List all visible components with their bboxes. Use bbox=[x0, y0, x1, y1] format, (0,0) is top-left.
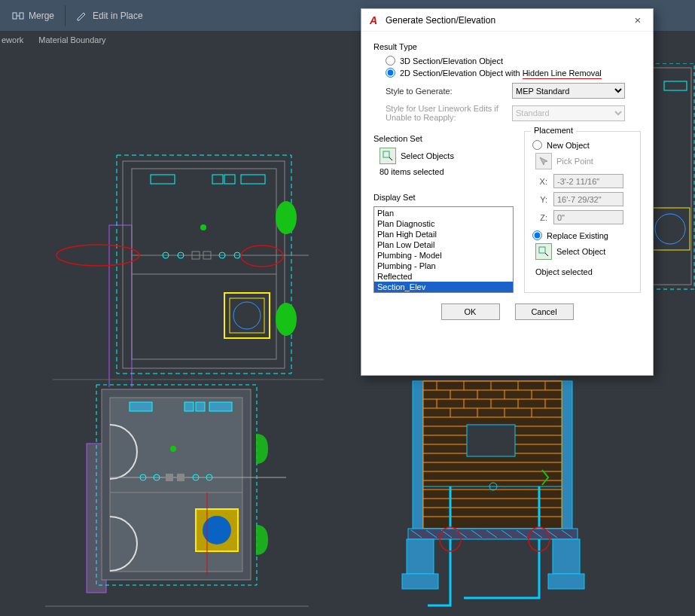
svg-rect-104 bbox=[402, 574, 438, 589]
display-set-label: Display Set bbox=[373, 193, 514, 202]
svg-rect-1 bbox=[20, 13, 23, 19]
radio-replace-existing-input[interactable] bbox=[532, 230, 542, 240]
svg-rect-33 bbox=[184, 402, 194, 411]
svg-point-20 bbox=[56, 245, 139, 266]
svg-rect-40 bbox=[166, 474, 173, 481]
coord-y-input bbox=[553, 192, 623, 206]
ribbon-edit-label: Edit in Place bbox=[93, 11, 143, 21]
svg-point-11 bbox=[276, 303, 297, 336]
ribbon-edit-in-place-button[interactable]: Edit in Place bbox=[69, 7, 151, 25]
svg-rect-32 bbox=[130, 402, 152, 411]
radio-2d-prefix: 2D Section/Elevation Object with bbox=[400, 69, 523, 78]
display-option[interactable]: Reflected bbox=[374, 271, 513, 282]
svg-rect-3 bbox=[117, 155, 291, 374]
svg-rect-9 bbox=[241, 175, 265, 184]
svg-rect-7 bbox=[212, 175, 223, 184]
svg-rect-86 bbox=[467, 425, 515, 456]
selection-set-label: Selection Set bbox=[373, 134, 514, 143]
svg-point-10 bbox=[276, 201, 297, 234]
plan-view-wireframe bbox=[53, 146, 324, 387]
hidden-line-removal-text: Hidden Line Removal bbox=[523, 69, 602, 79]
dialog-titlebar[interactable]: A Generate Section/Elevation × bbox=[361, 9, 653, 32]
svg-point-12 bbox=[200, 224, 206, 230]
svg-rect-34 bbox=[196, 402, 205, 411]
svg-rect-6 bbox=[151, 175, 175, 184]
style-to-generate-label: Style to Generate: bbox=[386, 87, 506, 96]
display-option[interactable]: Plan Diagnostic bbox=[374, 218, 513, 229]
svg-rect-8 bbox=[224, 175, 235, 184]
cancel-button[interactable]: Cancel bbox=[515, 303, 574, 320]
svg-rect-103 bbox=[407, 539, 434, 574]
placement-label: Placement bbox=[531, 126, 576, 135]
select-object-label: Select Object bbox=[556, 247, 605, 256]
style-user-linework-label: Style for User Linework Edits if Unable … bbox=[386, 104, 506, 122]
dialog-title-text: Generate Section/Elevation bbox=[386, 15, 629, 26]
ribbon-merge-label: Merge bbox=[29, 11, 54, 21]
radio-new-object-label: New Object bbox=[547, 141, 590, 150]
svg-rect-0 bbox=[13, 13, 17, 19]
pick-point-label: Pick Point bbox=[556, 157, 593, 166]
cursor-plus-icon bbox=[383, 151, 393, 161]
svg-rect-24 bbox=[230, 298, 264, 333]
svg-rect-115 bbox=[383, 151, 389, 157]
close-icon[interactable]: × bbox=[629, 14, 647, 26]
style-user-linework-select: Standard bbox=[512, 105, 625, 121]
select-objects-button[interactable] bbox=[380, 148, 396, 164]
svg-rect-41 bbox=[177, 474, 184, 481]
svg-rect-35 bbox=[209, 402, 232, 411]
radio-new-object-input[interactable] bbox=[532, 140, 542, 150]
svg-rect-116 bbox=[539, 247, 545, 253]
object-selected-text: Object selected bbox=[535, 267, 633, 276]
coord-x-label: X: bbox=[532, 177, 547, 186]
radio-2d-input[interactable] bbox=[386, 68, 395, 78]
ok-button[interactable]: OK bbox=[441, 303, 500, 320]
plan-view-shaded bbox=[45, 380, 309, 613]
ribbon-divider bbox=[65, 5, 66, 26]
svg-point-113 bbox=[655, 214, 685, 244]
svg-rect-4 bbox=[123, 161, 285, 368]
select-objects-label: Select Objects bbox=[401, 151, 454, 160]
display-option[interactable]: Plumbing - Plan bbox=[374, 261, 513, 271]
display-set-listbox[interactable]: Model Low DetailPlanPlan DiagnosticPlan … bbox=[373, 206, 514, 293]
style-to-generate-select[interactable]: MEP Standard bbox=[512, 83, 625, 99]
svg-rect-110 bbox=[649, 63, 694, 289]
result-type-label: Result Type bbox=[373, 42, 641, 51]
coord-z-label: Z: bbox=[532, 213, 547, 222]
display-option[interactable]: Plan High Detail bbox=[374, 229, 513, 239]
display-option[interactable]: Plan Low Detail bbox=[374, 239, 513, 250]
svg-rect-111 bbox=[652, 68, 691, 285]
display-option[interactable]: Plumbing - Model bbox=[374, 250, 513, 261]
ribbon-panel-linework[interactable]: ework bbox=[0, 35, 37, 44]
radio-3d-label: 3D Section/Elevation Object bbox=[400, 56, 503, 66]
svg-rect-106 bbox=[548, 574, 584, 589]
right-edge-plan bbox=[649, 63, 695, 304]
generate-section-elevation-dialog: A Generate Section/Elevation × Result Ty… bbox=[361, 8, 654, 376]
elevation-view bbox=[354, 380, 610, 616]
radio-3d-section[interactable]: 3D Section/Elevation Object bbox=[386, 56, 641, 66]
svg-point-36 bbox=[170, 446, 176, 452]
ribbon-merge-button[interactable]: Merge bbox=[5, 7, 62, 25]
select-object-button[interactable] bbox=[535, 243, 552, 260]
svg-point-25 bbox=[233, 302, 261, 329]
display-option[interactable]: Plan bbox=[374, 208, 513, 218]
svg-rect-105 bbox=[553, 539, 580, 574]
radio-2d-label: 2D Section/Elevation Object with Hidden … bbox=[400, 69, 602, 78]
ribbon-panel-material-boundary[interactable]: Material Boundary bbox=[37, 35, 119, 44]
coord-y-label: Y: bbox=[532, 195, 547, 204]
items-selected-text: 80 items selected bbox=[380, 167, 514, 176]
autocad-a-icon: A bbox=[367, 14, 380, 26]
radio-replace-existing[interactable]: Replace Existing bbox=[532, 230, 633, 240]
svg-rect-112 bbox=[664, 81, 687, 90]
radio-new-object[interactable]: New Object bbox=[532, 140, 633, 150]
merge-icon bbox=[12, 10, 24, 22]
display-option[interactable]: Section_Elev bbox=[374, 282, 513, 292]
radio-2d-section[interactable]: 2D Section/Elevation Object with Hidden … bbox=[386, 68, 641, 78]
coord-x-input bbox=[553, 174, 623, 188]
cursor-plus-icon bbox=[538, 246, 549, 257]
radio-3d-input[interactable] bbox=[386, 56, 395, 66]
cursor-icon bbox=[539, 157, 548, 166]
radio-replace-existing-label: Replace Existing bbox=[547, 231, 608, 240]
coord-z-input bbox=[553, 210, 623, 224]
pencil-icon bbox=[76, 10, 88, 22]
svg-point-21 bbox=[241, 245, 283, 267]
